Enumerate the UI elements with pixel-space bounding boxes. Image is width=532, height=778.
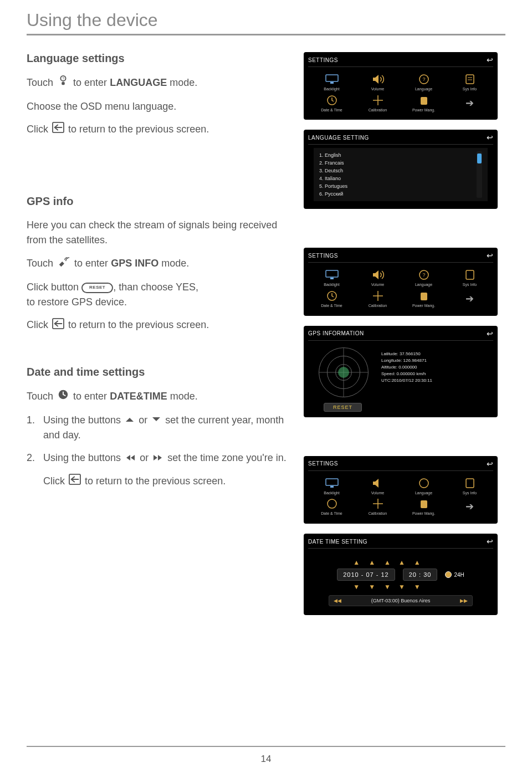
settings-item-datetime[interactable]: Date & Time bbox=[309, 94, 354, 112]
settings-item-sysinfo[interactable]: Sys Info bbox=[447, 477, 492, 495]
datetime-line1: Touch to enter DATE&TIME mode. bbox=[27, 388, 293, 405]
text: Touch bbox=[27, 258, 53, 269]
settings-item-backlight[interactable]: Backlight bbox=[309, 73, 354, 91]
date-field: 2010 - 07 - 12 bbox=[337, 569, 395, 581]
settings-item-power[interactable]: Power Mang. bbox=[401, 94, 446, 112]
settings-item-language[interactable]: ?Language bbox=[401, 73, 446, 91]
settings-item-language[interactable]: ?Language bbox=[401, 268, 446, 287]
info-icon bbox=[462, 268, 478, 281]
chevron-up-icon[interactable]: ▲ bbox=[414, 559, 421, 566]
settings-item-language[interactable]: Language bbox=[401, 477, 446, 495]
screenshot-header: SETTINGS ↩ bbox=[308, 55, 493, 67]
svg-point-34 bbox=[328, 499, 336, 508]
text: mode. bbox=[170, 390, 198, 401]
settings-item-calibration[interactable]: Calibration bbox=[355, 94, 400, 112]
back-icon[interactable]: ↩ bbox=[487, 537, 494, 546]
back-icon[interactable]: ↩ bbox=[487, 251, 494, 260]
text: to return to the previous screen. bbox=[85, 475, 226, 487]
text: Touch bbox=[27, 77, 53, 88]
label: Volume bbox=[371, 283, 384, 287]
settings-item-power[interactable]: Power Mang. bbox=[401, 497, 446, 516]
language-option[interactable]: 5. Portugues bbox=[319, 182, 471, 190]
text: Click button bbox=[27, 281, 79, 293]
settings-item-volume[interactable]: Volume bbox=[355, 477, 400, 495]
text: Using the buttons bbox=[43, 452, 121, 463]
language-option[interactable]: 1. English bbox=[319, 151, 471, 159]
screenshot-title: SETTINGS bbox=[308, 253, 338, 259]
chevron-up-icon[interactable]: ▲ bbox=[398, 559, 405, 566]
chevron-down-icon[interactable]: ▼ bbox=[369, 583, 375, 591]
datetime-last-line: Click to return to the previous screen. bbox=[27, 474, 293, 489]
next-page-icon[interactable]: ➔ bbox=[447, 94, 492, 112]
svg-text:?: ? bbox=[422, 272, 425, 278]
language-line3: Click to return to the previous screen. bbox=[27, 122, 293, 137]
text: set the time zone you're in. bbox=[167, 452, 287, 463]
arrows-down-row: ▼▼▼ ▼▼ bbox=[353, 583, 448, 591]
target-icon bbox=[370, 289, 386, 303]
chevron-down-icon[interactable]: ▼ bbox=[414, 583, 421, 591]
settings-item-datetime[interactable]: Date & Time bbox=[309, 289, 354, 308]
back-icon[interactable]: ↩ bbox=[487, 329, 494, 338]
reset-button[interactable]: RESET bbox=[324, 403, 362, 412]
gps-line1: Here you can check the stream of signals… bbox=[27, 218, 293, 248]
screenshot-language: LANGUAGE SETTING ↩ 1. English 2. Francai… bbox=[304, 130, 498, 209]
clock-icon bbox=[324, 94, 340, 107]
power-icon bbox=[416, 94, 432, 107]
language-option[interactable]: 4. Italiano bbox=[319, 175, 471, 182]
step-number: 2. bbox=[27, 451, 39, 466]
settings-item-volume[interactable]: Volume bbox=[355, 268, 400, 287]
24h-toggle[interactable]: 24H bbox=[445, 571, 464, 578]
gps-utc: UTC:2010/07/12 20:30:11 bbox=[381, 377, 491, 384]
text: or bbox=[140, 452, 149, 463]
rewind-icon[interactable]: ◀◀ bbox=[334, 598, 341, 603]
settings-item-backlight[interactable]: Backlight bbox=[309, 477, 354, 495]
chevron-up-icon[interactable]: ▲ bbox=[369, 559, 375, 566]
chevron-down-icon[interactable]: ▼ bbox=[398, 583, 405, 591]
timezone-selector[interactable]: ◀◀ (GMT-03:00) Buenos Aires ▶▶ bbox=[329, 595, 473, 606]
settings-grid: Backlight Volume Language Sys Info Date … bbox=[308, 474, 493, 518]
globe-icon: ? bbox=[416, 268, 432, 281]
back-icon bbox=[52, 318, 64, 334]
chevron-up-icon[interactable]: ▲ bbox=[353, 559, 360, 566]
chevron-up-icon[interactable]: ▲ bbox=[384, 559, 391, 566]
svg-rect-37 bbox=[421, 500, 427, 508]
label: Backlight bbox=[324, 87, 339, 91]
gps-latitude: Latitude: 37.566150 bbox=[381, 351, 491, 357]
text: mode. bbox=[161, 258, 189, 269]
text: Click bbox=[27, 124, 48, 135]
screenshot-title: GPS INFORMATION bbox=[308, 330, 364, 336]
settings-item-datetime[interactable]: Date & Time bbox=[309, 497, 354, 516]
settings-item-calibration[interactable]: Calibration bbox=[355, 289, 400, 308]
chevron-down-icon[interactable]: ▼ bbox=[384, 583, 391, 591]
language-line1: Touch ? to enter LANGUAGE mode. bbox=[27, 75, 293, 91]
next-page-icon[interactable]: ➔ bbox=[447, 497, 492, 516]
settings-item-calibration[interactable]: Calibration bbox=[355, 497, 400, 516]
datetime-step-1: 1. Using the buttons or set the current … bbox=[27, 413, 293, 443]
language-heading: Language settings bbox=[27, 52, 293, 65]
scrollbar[interactable] bbox=[477, 151, 482, 198]
info-icon bbox=[462, 477, 478, 490]
chevron-down-icon[interactable]: ▼ bbox=[353, 583, 360, 591]
settings-grid: Backlight Volume ?Language Sys Info Date… bbox=[308, 266, 493, 310]
svg-rect-18 bbox=[326, 270, 338, 277]
language-option[interactable]: 3. Deutsch bbox=[319, 167, 471, 175]
settings-item-power[interactable]: Power Mang. bbox=[401, 289, 446, 308]
forward-icon[interactable]: ▶▶ bbox=[460, 598, 468, 603]
clock-icon bbox=[324, 289, 340, 303]
language-option[interactable]: 2. Francais bbox=[319, 159, 471, 167]
back-icon[interactable]: ↩ bbox=[487, 459, 494, 468]
gps-section: GPS info Here you can check the stream o… bbox=[27, 195, 293, 333]
settings-item-sysinfo[interactable]: Sys Info bbox=[447, 73, 492, 91]
settings-item-backlight[interactable]: Backlight bbox=[309, 268, 354, 287]
back-icon[interactable]: ↩ bbox=[487, 55, 494, 64]
next-page-icon[interactable]: ➔ bbox=[447, 289, 492, 308]
settings-item-volume[interactable]: Volume bbox=[355, 73, 400, 91]
screenshot-title: SETTINGS bbox=[308, 460, 338, 467]
datetime-steps: 1. Using the buttons or set the current … bbox=[27, 413, 293, 467]
language-option[interactable]: 6. Русский bbox=[319, 190, 471, 198]
screenshot-settings-1: SETTINGS ↩ Backlight Volume ?Language Sy… bbox=[304, 52, 498, 120]
svg-rect-8 bbox=[330, 82, 334, 84]
back-icon[interactable]: ↩ bbox=[487, 133, 494, 142]
screenshot-settings-2: SETTINGS ↩ Backlight Volume ?Language Sy… bbox=[304, 248, 498, 315]
settings-item-sysinfo[interactable]: Sys Info bbox=[447, 268, 492, 287]
